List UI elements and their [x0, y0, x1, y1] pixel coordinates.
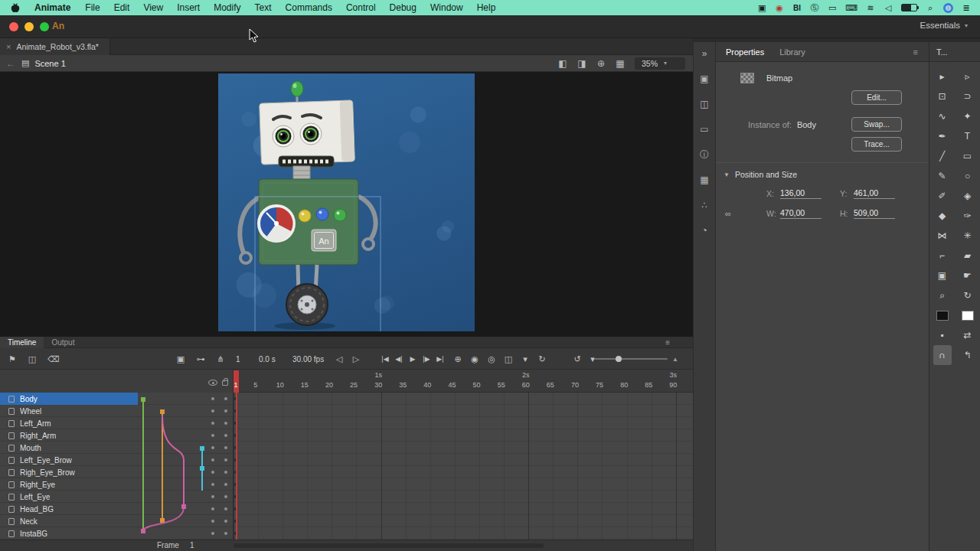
collapse-triangle-icon[interactable]: ▼ — [724, 171, 730, 178]
layer-visibility-dot[interactable] — [211, 422, 214, 425]
play-button[interactable]: ▶ — [408, 355, 417, 363]
free-transform-tool[interactable]: ⊡ — [933, 86, 952, 106]
layer-depth-button[interactable]: ⋔ — [216, 354, 225, 364]
onion-skin-button[interactable]: ◉ — [470, 354, 479, 364]
step-back-button[interactable]: ◁ — [335, 354, 344, 364]
selection-tool[interactable]: ▸ — [933, 67, 952, 86]
align-panel-icon[interactable]: ▦ — [697, 173, 711, 187]
layer-row[interactable]: Neck — [0, 515, 233, 527]
menu-item[interactable]: Text — [248, 0, 279, 15]
layer-visibility-dot[interactable] — [211, 532, 214, 535]
text-tool[interactable]: T — [959, 126, 977, 146]
timeline-grid-row[interactable] — [234, 527, 693, 540]
bl-app-icon[interactable]: Bl — [792, 2, 802, 13]
timeline-grid-row[interactable] — [234, 429, 693, 442]
collapse-panels-icon[interactable]: » — [697, 47, 711, 60]
prev-frame-button[interactable]: ◀| — [394, 355, 403, 363]
layer-row[interactable]: Head_BG — [0, 503, 233, 515]
timeline-zoom-slider-knob[interactable] — [616, 356, 622, 362]
edit-multiple-frames-button[interactable]: ◫ — [504, 354, 513, 364]
layer-lock-dot[interactable] — [224, 520, 227, 523]
lasso-tool[interactable]: ⊃ — [959, 86, 977, 106]
layer-visibility-dot[interactable] — [211, 409, 214, 412]
layer-lock-dot[interactable] — [224, 397, 227, 400]
menu-item[interactable]: Modify — [207, 0, 247, 15]
stage-zoom-select[interactable]: 35% ▾ — [635, 57, 685, 70]
layer-row[interactable]: Righ_Eye_Brow — [0, 466, 233, 478]
tools-panel-tab[interactable]: T... — [929, 42, 980, 62]
onion-skin-outlines-button[interactable]: ◎ — [487, 354, 496, 364]
layer-visibility-dot[interactable] — [211, 458, 214, 461]
tool-options-button[interactable]: ↰ — [959, 345, 977, 365]
snippets-panel-icon[interactable]: ∴ — [697, 198, 711, 212]
history-panel-icon[interactable]: ▭ — [697, 122, 711, 136]
x-value[interactable]: 136,00 — [780, 188, 822, 199]
timeline-grid-row[interactable] — [234, 417, 693, 429]
eraser-tool[interactable]: ▰ — [959, 246, 977, 266]
network-globe-icon[interactable]: ◍ — [943, 3, 953, 13]
layer-row[interactable]: Left_Eye — [0, 491, 233, 503]
stroke-color-swatch[interactable] — [933, 305, 952, 325]
loop-button[interactable]: ↻ — [537, 354, 547, 364]
layer-visibility-dot[interactable] — [211, 471, 214, 474]
fps-readout[interactable]: 30.00 fps — [292, 348, 324, 370]
timeline-zoom-slider[interactable] — [594, 358, 668, 360]
video-camera-icon[interactable]: ▣ — [757, 2, 766, 13]
clip-content-button[interactable]: ▦ — [616, 58, 625, 69]
record-icon[interactable]: ◉ — [775, 2, 784, 13]
edit-symbols-button[interactable]: ◨ — [577, 58, 586, 69]
pen-tool[interactable]: ✒ — [933, 126, 952, 146]
parenting-view-button[interactable]: ⊶ — [196, 354, 205, 364]
center-stage-button[interactable]: ⊕ — [596, 58, 606, 69]
timeline-tab[interactable]: Timeline — [0, 337, 44, 348]
subselection-tool[interactable]: ▹ — [959, 67, 977, 86]
w-value[interactable]: 470,00 — [780, 208, 822, 219]
go-to-last-button[interactable]: ▶| — [436, 355, 445, 363]
asset-warp-tool[interactable]: ✳ — [959, 226, 977, 246]
menu-item[interactable]: Control — [339, 0, 383, 15]
elapsed-time-readout[interactable]: 0.0 s — [259, 348, 276, 370]
close-document-icon[interactable]: × — [6, 42, 11, 51]
layer-row[interactable]: Left_Arm — [0, 417, 233, 429]
magic-wand-tool[interactable]: ✦ — [959, 106, 977, 126]
layer-row[interactable]: Mouth — [0, 442, 233, 454]
minimize-window-button[interactable] — [24, 22, 34, 31]
brush-tool[interactable]: ✐ — [933, 186, 952, 206]
layer-row[interactable]: Wheel — [0, 405, 233, 417]
s-app-icon[interactable]: Ⓢ — [810, 2, 819, 13]
timeline-grid-row[interactable] — [234, 503, 693, 515]
rotation-tool[interactable]: ↻ — [959, 285, 977, 305]
layer-lock-dot[interactable] — [224, 409, 227, 412]
position-and-size-section[interactable]: ▼ Position and Size — [724, 170, 929, 179]
edit-button[interactable]: Edit... — [851, 90, 902, 105]
width-tool[interactable]: ⋈ — [933, 226, 952, 246]
layer-visibility-dot[interactable] — [211, 520, 214, 523]
layer-lock-dot[interactable] — [224, 446, 227, 449]
edit-scene-button[interactable]: ◧ — [558, 58, 567, 69]
layer-row[interactable]: Right_Eye — [0, 478, 233, 491]
timeline-grid-row[interactable] — [234, 466, 693, 478]
reset-timeline-zoom-button[interactable]: ↺ — [573, 354, 582, 364]
rectangle-tool[interactable]: ▭ — [959, 146, 977, 166]
apple-menu-icon[interactable] — [11, 2, 20, 13]
stage-canvas[interactable]: An — [218, 73, 475, 331]
back-button[interactable]: ← — [6, 58, 15, 69]
timeline-grid-row[interactable] — [234, 478, 693, 491]
menu-item[interactable]: Edit — [107, 0, 137, 15]
motion-presets-panel-icon[interactable]: ◔ — [697, 223, 711, 237]
panel-menu-icon[interactable]: ≡ — [665, 338, 670, 347]
pencil-tool[interactable]: ✎ — [933, 166, 952, 186]
layer-visibility-dot[interactable] — [211, 446, 214, 449]
workspace-switcher[interactable]: Essentials ▾ — [920, 21, 968, 30]
ink-bottle-tool[interactable]: ◆ — [933, 206, 952, 226]
next-frame-button[interactable]: |▶ — [422, 355, 431, 363]
menu-item[interactable]: Debug — [383, 0, 423, 15]
zoom-window-button[interactable] — [40, 22, 49, 31]
battery-icon[interactable] — [901, 4, 917, 11]
layer-row[interactable]: Right_Arm — [0, 429, 233, 442]
layer-lock-dot[interactable] — [224, 458, 227, 461]
wifi-icon[interactable]: ≋ — [866, 2, 875, 13]
timeline-grid-row[interactable] — [234, 454, 693, 466]
current-frame-readout[interactable]: 1 — [236, 348, 240, 370]
layer-visibility-dot[interactable] — [211, 434, 214, 437]
